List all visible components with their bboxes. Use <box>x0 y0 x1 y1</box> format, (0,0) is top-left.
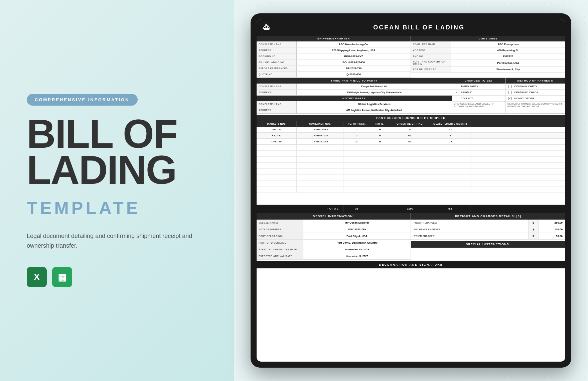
consignee-header: CONSIGNEE <box>411 36 565 41</box>
shipper-name-label: COMPLETE NAME <box>257 41 297 47</box>
bottom-sections: VESSEL INFORMATION: VESSEL NAME: MV Ocea… <box>257 212 565 261</box>
consignee-delivery-value: Warehouse A, City <box>451 67 565 72</box>
other-charges-value: 50.00 <box>539 233 565 239</box>
tablet-screen: ⛴ OCEAN BILL OF LADING SHIPPER/EXPORTER … <box>257 19 565 362</box>
departure-row: EXPECTED DEPARTURE DATE: November 15, 20… <box>257 246 411 253</box>
notify-address-label: ADDRESS <box>257 107 297 113</box>
freight-header: FREIGHT AND CHARGES DETAILS: [3] <box>411 213 565 220</box>
table-row: ABC123 CNTR456789 10 H 500 2.5 <box>257 127 565 133</box>
empty-table-row <box>257 157 565 163</box>
freight-charges-value: 250.00 <box>539 220 565 226</box>
notify-name-row: COMPLETE NAME Global Logistics Services <box>257 101 452 107</box>
third-party-col: THIRD PARTY BILL TO PARTY COMPLETE NAME … <box>257 78 452 113</box>
tablet: ⛴ OCEAN BILL OF LADING SHIPPER/EXPORTER … <box>251 13 571 368</box>
consignee-address-value: 456 Receiving St. <box>451 47 565 53</box>
doc-title: OCEAN BILL OF LADING <box>278 24 560 31</box>
col-measurements-header: MEASUREMENTS (CBM) [2 <box>430 121 470 127</box>
table-row: LMN789 CNTR321098 20 H 300 1.8 <box>257 139 565 145</box>
consignee-fmc-value: FMC123 <box>451 53 565 59</box>
shipper-bol-value: BOL-2023-123456 <box>297 59 411 65</box>
shipper-name-row: COMPLETE NAME ABC Manufacturing Co. <box>257 41 411 47</box>
company-check-label: COMPANY CHECK <box>514 85 538 88</box>
payment-col: METHOD OF PAYMENT: COMPANY CHECK CERTIFI… <box>505 78 565 113</box>
third-name-value: Cargo Solutions Ltd. <box>297 84 452 89</box>
empty-table-row <box>257 169 565 175</box>
total-row: TOTAL 35 1600 8.3 <box>257 205 565 212</box>
left-panel: COMPREHENSIVE INFORMATION BILL OF LADING… <box>0 0 234 381</box>
consignee-name-value: ABC Enterprises <box>451 41 565 47</box>
sheets-icon[interactable]: ▦ <box>52 267 72 287</box>
particulars-header-row: MARKS & NOS CONTAINER NOS NO. OF PKGS. H… <box>257 121 565 127</box>
notify-address-value: 456 Logistics Avenue, Notification City,… <box>297 107 452 113</box>
third-name-label: COMPLETE NAME <box>257 84 297 89</box>
freight-charges-currency: $ <box>529 220 539 226</box>
vessel-section-header: VESSEL INFORMATION: <box>257 213 411 220</box>
arrival-label: EXPECTED ARRIVAL DATE: <box>257 253 303 259</box>
voyage-row: VOYAGE NUMBER: VOY-2023-789 <box>257 226 411 233</box>
other-charges-row: OTHER CHARGES: $ 50.00 <box>411 233 565 240</box>
total-weight: 1600 <box>390 205 430 212</box>
insurance-charges-value: 100.00 <box>539 226 565 233</box>
payment-header: METHOD OF PAYMENT: <box>505 78 565 84</box>
doc-header: ⛴ OCEAN BILL OF LADING <box>257 19 565 36</box>
empty-table-row <box>257 181 565 187</box>
shipper-consignee-section: SHIPPER/EXPORTER COMPLETE NAME ABC Manuf… <box>257 36 565 78</box>
vessel-name-label: VESSEL NAME: <box>257 220 303 226</box>
badge: COMPREHENSIVE INFORMATION <box>27 94 138 106</box>
consignee-address-row: ADDRESS 456 Receiving St. <box>411 47 565 53</box>
particulars-section: PARTICULARS FURNISHED BY SHIPPER MARKS &… <box>257 115 565 212</box>
consignee-poc-value: Port Harbor, USA <box>451 59 565 66</box>
document-container[interactable]: ⛴ OCEAN BILL OF LADING SHIPPER/EXPORTER … <box>257 19 565 362</box>
third-address-label: ADDRESS <box>257 90 297 95</box>
ship-icon: ⛴ <box>262 22 271 33</box>
total-cbm: 8.3 <box>430 205 470 212</box>
collect-checkbox <box>455 97 458 100</box>
shipper-quote-value: Q-2023-456 <box>297 72 411 77</box>
port-discharge-label: PORT OF DISCHARGE: <box>257 240 303 246</box>
particulars-rows-container: ABC123 CNTR456789 10 H 500 2.5 XYZ456 CN… <box>257 127 565 145</box>
vessel-name-value: MV Ocean Explorer <box>303 220 411 226</box>
shipper-address-label: ADDRESS <box>257 47 297 53</box>
port-discharge-value: Port City B, Destination Country <box>303 240 411 246</box>
particulars-section-header: PARTICULARS FURNISHED BY SHIPPER <box>257 115 565 121</box>
port-loading-label: PORT OFLOADING: <box>257 233 303 239</box>
empty-rows <box>257 145 565 205</box>
shipper-name-value: ABC Manufacturing Co. <box>297 41 411 47</box>
shipper-section: SHIPPER/EXPORTER COMPLETE NAME ABC Manuf… <box>257 36 411 78</box>
certified-check-label: CERTIFIED CHECK <box>514 91 538 94</box>
other-charges-currency: $ <box>529 233 539 239</box>
money-order-checkbox <box>508 97 511 100</box>
payment-note: METHOD OF PAYMENT WILL BE COMPANY CHECK … <box>505 102 565 109</box>
shipper-bol-label: BILL OF LADING NO <box>257 59 297 65</box>
col-hm-header: H/M [1] <box>370 121 390 127</box>
arrival-row: EXPECTED ARRIVAL DATE: November 5, 2023 <box>257 253 411 260</box>
empty-table-row <box>257 187 565 193</box>
departure-label: EXPECTED DEPARTURE DATE: <box>257 246 303 253</box>
company-check-row: COMPANY CHECK <box>505 84 565 90</box>
departure-value: November 15, 2023 <box>303 246 411 253</box>
shipper-quote-label: QUOTE NO <box>257 72 297 77</box>
icons-row: X ▦ <box>27 267 207 287</box>
other-charges-label: OTHER CHARGES: <box>411 233 529 239</box>
empty-table-row <box>257 175 565 181</box>
port-discharge-row: PORT OF DISCHARGE: Port City B, Destinat… <box>257 240 411 246</box>
third-name-row: COMPLETE NAME Cargo Solutions Ltd. <box>257 84 452 90</box>
col-weight-header: GROSS WEIGHT (KG) <box>390 121 430 127</box>
shipper-header: SHIPPER/EXPORTER <box>257 36 411 41</box>
main-title: BILL OF LADING <box>27 116 207 188</box>
certified-check-row: CERTIFIED CHECK <box>505 90 565 96</box>
money-order-label: MONEY ORDER <box>514 97 534 100</box>
collect-charge-row: COLLECT <box>452 96 505 102</box>
excel-icon[interactable]: X <box>27 267 47 287</box>
port-loading-value: Port City A, USA <box>303 233 411 239</box>
shipper-quote-row: QUOTE NO Q-2023-456 <box>257 72 411 78</box>
certified-check-checkbox <box>508 91 511 94</box>
total-label: TOTAL <box>257 205 343 212</box>
shipper-export-label: EXPORT REFERENCES <box>257 66 297 71</box>
vessel-name-row: VESSEL NAME: MV Ocean Explorer <box>257 220 411 226</box>
insurance-charges-currency: $ <box>529 226 539 233</box>
insurance-charges-label: INSURANCE CHARGES: <box>411 226 529 233</box>
third-party-checkbox <box>455 85 458 88</box>
table-row: XYZ456 CNTR987654 5 M 800 4 <box>257 133 565 139</box>
prepaid-checkbox <box>455 91 458 94</box>
